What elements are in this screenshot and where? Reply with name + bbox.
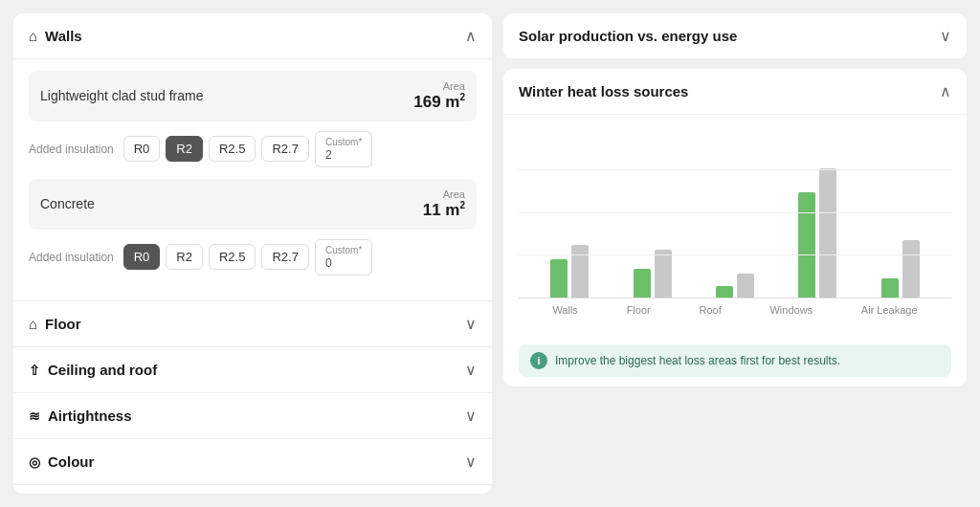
- colour-icon: [29, 453, 40, 470]
- colour-title: Colour: [48, 453, 94, 470]
- material1-custom-btn[interactable]: Custom* 2: [315, 131, 372, 167]
- airtightness-section-header[interactable]: Airtightness ∨: [13, 393, 492, 439]
- bar-walls-gray: [571, 245, 589, 298]
- bar-roof-gray: [737, 274, 754, 298]
- material1-r27-btn[interactable]: R2.7: [261, 136, 308, 162]
- material1-r2-btn[interactable]: R2: [166, 136, 203, 162]
- chart-label-air: Air Leakage: [861, 304, 918, 316]
- walls-expanded-content: Lightweight clad stud frame Area 169 m2 …: [13, 59, 492, 301]
- house-icon: [29, 28, 37, 44]
- solar-chevron: ∨: [940, 27, 951, 45]
- airtightness-title: Airtightness: [48, 408, 132, 424]
- material1-name: Lightweight clad stud frame: [40, 88, 203, 103]
- material2-area-value: 11 m2: [423, 200, 465, 220]
- material2-r2-btn[interactable]: R2: [166, 244, 203, 270]
- material2-r25-btn[interactable]: R2.5: [209, 244, 256, 270]
- bar-group-roof: [716, 274, 754, 298]
- material2-custom-btn[interactable]: Custom* 0: [315, 239, 372, 276]
- chart-labels: Walls Floor Roof Windows Air Leakage: [519, 298, 951, 316]
- chart-label-floor: Floor: [627, 304, 651, 316]
- winter-header[interactable]: Winter heat loss sources ∧: [503, 69, 967, 115]
- info-box: i Improve the biggest heat loss areas fi…: [519, 344, 951, 377]
- material2-insulation-label: Added insulation: [29, 251, 114, 264]
- walls-chevron: ∧: [465, 27, 477, 45]
- material1-r25-btn[interactable]: R2.5: [209, 136, 256, 162]
- chart-label-walls: Walls: [552, 304, 577, 316]
- solar-title: Solar production vs. energy use: [519, 28, 737, 44]
- bar-group-windows: [798, 168, 836, 298]
- winter-title: Winter heat loss sources: [519, 83, 688, 99]
- material2-custom-label: Custom*: [325, 245, 362, 256]
- chart-label-roof: Roof: [699, 304, 721, 316]
- floor-icon: [29, 316, 37, 332]
- ceiling-section-header[interactable]: Ceiling and roof ∨: [13, 347, 492, 393]
- winter-card: Winter heat loss sources ∧: [503, 69, 967, 386]
- material1-custom-label: Custom*: [325, 137, 362, 148]
- material2-block: Concrete Area 11 m2: [29, 179, 477, 230]
- bar-roof-green: [716, 286, 733, 298]
- material2-area-label: Area: [423, 188, 465, 200]
- solar-card: Solar production vs. energy use ∨: [503, 13, 967, 59]
- airtightness-chevron: ∨: [465, 407, 477, 425]
- bar-group-floor: [634, 250, 672, 298]
- chart-label-windows: Windows: [769, 304, 813, 316]
- bar-group-air: [881, 240, 920, 298]
- right-panel: Solar production vs. energy use ∨ Winter…: [503, 13, 967, 494]
- material1-insulation-label: Added insulation: [29, 143, 114, 156]
- chart-area: Walls Floor Roof Windows Air Leakage: [519, 126, 951, 337]
- floor-chevron: ∨: [465, 315, 477, 333]
- gridline-75: [519, 254, 951, 255]
- bar-walls-green: [550, 259, 568, 298]
- bar-floor-green: [634, 269, 651, 298]
- bar-air-green: [881, 278, 899, 298]
- info-text: Improve the biggest heat loss areas firs…: [555, 354, 840, 367]
- ceiling-chevron: ∨: [465, 361, 477, 379]
- bar-windows-green: [798, 192, 815, 298]
- material2-r0-btn[interactable]: R0: [123, 244, 161, 270]
- material1-area-value: 169 m2: [413, 92, 465, 112]
- material2-custom-value: 0: [325, 256, 332, 270]
- winter-chevron: ∧: [940, 82, 951, 100]
- bar-air-gray: [902, 240, 920, 298]
- floor-title: Floor: [45, 316, 81, 332]
- material2-r27-btn[interactable]: R2.7: [261, 244, 308, 270]
- main-container: Walls ∧ Lightweight clad stud frame Area…: [0, 0, 980, 507]
- material2-name: Concrete: [40, 196, 95, 211]
- floor-section-header[interactable]: Floor ∨: [13, 301, 492, 347]
- bar-floor-gray: [655, 250, 672, 298]
- chart-bars: [519, 126, 951, 298]
- bar-windows-gray: [819, 168, 836, 298]
- colour-chevron: ∨: [465, 452, 477, 471]
- walls-section-header[interactable]: Walls ∧: [13, 13, 492, 59]
- walls-title: Walls: [45, 28, 82, 44]
- info-icon: i: [530, 352, 547, 369]
- solar-header[interactable]: Solar production vs. energy use ∨: [503, 13, 967, 59]
- winter-body: Walls Floor Roof Windows Air Leakage i I…: [503, 115, 967, 386]
- material1-block: Lightweight clad stud frame Area 169 m2: [29, 71, 477, 121]
- material1-area-label: Area: [413, 80, 465, 92]
- bar-group-walls: [550, 245, 589, 298]
- material1-r0-btn[interactable]: R0: [123, 136, 161, 162]
- ceiling-title: Ceiling and roof: [48, 362, 157, 378]
- material2-insulation-row: Added insulation R0 R2 R2.5 R2.7 Custom*…: [29, 239, 477, 276]
- ceiling-icon: [29, 362, 40, 378]
- left-panel: Walls ∧ Lightweight clad stud frame Area…: [13, 13, 492, 494]
- colour-section-header[interactable]: Colour ∨: [13, 439, 492, 485]
- material1-insulation-row: Added insulation R0 R2 R2.5 R2.7 Custom*…: [29, 131, 477, 167]
- airtightness-icon: [29, 408, 40, 424]
- material1-custom-value: 2: [325, 148, 332, 162]
